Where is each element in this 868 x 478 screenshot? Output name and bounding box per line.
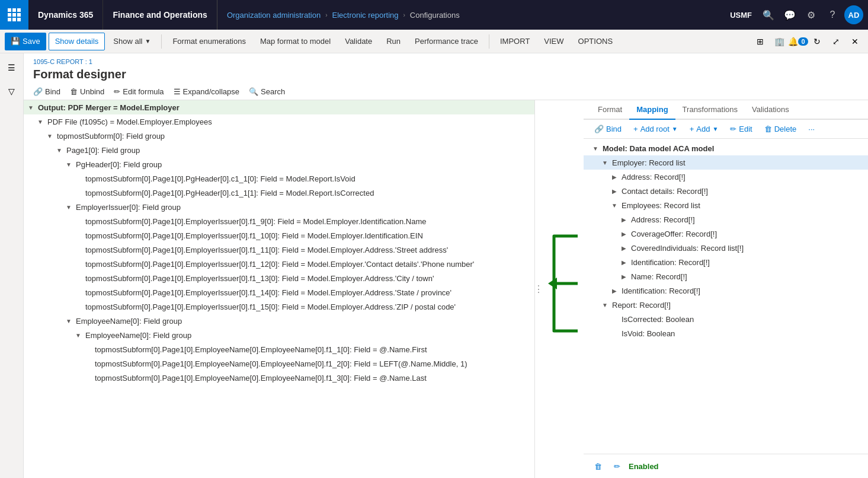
right-tree-toggle-icon[interactable]	[610, 329, 619, 338]
tree-toggle-icon[interactable]	[73, 245, 83, 254]
view-button[interactable]: VIEW	[538, 33, 569, 50]
left-tree-item[interactable]: topmostSubform[0].Page1[0].EmployerIssue…	[24, 299, 534, 314]
right-tree-toggle-icon[interactable]: ▶	[619, 243, 629, 253]
waffle-menu-button[interactable]	[0, 0, 28, 30]
tree-toggle-icon[interactable]	[83, 345, 92, 354]
validate-button[interactable]: Validate	[339, 33, 378, 50]
tree-toggle-icon[interactable]	[73, 174, 83, 183]
edit-bottom-icon[interactable]: ✏	[610, 459, 624, 473]
tree-toggle-icon[interactable]: ▼	[73, 330, 83, 340]
tree-toggle-icon[interactable]	[73, 216, 83, 226]
add-root-button[interactable]: + Add root ▼	[630, 123, 681, 135]
right-tree-toggle-icon[interactable]: ▶	[619, 229, 629, 238]
right-tree-item[interactable]: ▶Address: Record[!]	[584, 212, 868, 227]
left-tree-item[interactable]: ▼PDF File (f1095c) = Model.Employer.Empl…	[24, 114, 534, 129]
right-tree-toggle-icon[interactable]: ▼	[610, 200, 619, 210]
format-enumerations-button[interactable]: Format enumerations	[166, 33, 252, 50]
search-nav-icon[interactable]: 🔍	[759, 5, 778, 24]
edit-button[interactable]: ✏ Edit	[726, 123, 755, 135]
left-tree-item[interactable]: topmostSubform[0].Page1[0].EmployerIssue…	[24, 257, 534, 271]
close-icon[interactable]: ✕	[847, 33, 863, 50]
tree-toggle-icon[interactable]: ▼	[64, 202, 73, 212]
left-tree-item[interactable]: ▼EmployeeName[0]: Field group	[24, 328, 534, 342]
right-tree-item[interactable]: ▶Identification: Record[!]	[584, 283, 868, 298]
save-button[interactable]: 💾 Save	[5, 33, 46, 50]
tree-toggle-icon[interactable]	[73, 231, 83, 240]
right-tree-item[interactable]: ▶Name: Record[!]	[584, 269, 868, 283]
map-format-to-model-button[interactable]: Map format to model	[254, 33, 337, 50]
tree-toggle-icon[interactable]	[73, 188, 83, 197]
tree-toggle-icon[interactable]	[83, 359, 92, 368]
unbind-button[interactable]: 🗑 Unbind	[70, 87, 104, 96]
more-options-button[interactable]: ···	[805, 123, 818, 135]
refresh-icon[interactable]: ↻	[809, 33, 825, 50]
right-bind-button[interactable]: 🔗 Bind	[591, 123, 625, 135]
left-tree-item[interactable]: ▼PgHeader[0]: Field group	[24, 157, 534, 171]
left-tree-item[interactable]: topmostSubform[0].Page1[0].EmployerIssue…	[24, 228, 534, 243]
tree-toggle-icon[interactable]: ▼	[26, 103, 36, 112]
tree-toggle-icon[interactable]: ▼	[55, 145, 64, 155]
right-tree-toggle-icon[interactable]: ▶	[619, 215, 629, 224]
notification-icon[interactable]: 🔔 0	[790, 33, 806, 50]
right-tree-item[interactable]: IsCorrected: Boolean	[584, 312, 868, 326]
options-button[interactable]: OPTIONS	[572, 33, 619, 50]
right-tree-toggle-icon[interactable]: ▼	[600, 300, 610, 310]
right-tree-toggle-icon[interactable]	[610, 314, 619, 324]
left-tree-item[interactable]: topmostSubform[0].Page1[0].PgHeader[0].c…	[24, 171, 534, 186]
right-tree-item[interactable]: ▼Employer: Record list	[584, 155, 868, 170]
left-tree-item[interactable]: topmostSubform[0].Page1[0].PgHeader[0].c…	[24, 186, 534, 200]
help-icon[interactable]: ?	[823, 5, 842, 24]
company-selector[interactable]: USMF	[725, 8, 757, 22]
right-tree-toggle-icon[interactable]: ▼	[600, 158, 610, 167]
tab-mapping[interactable]: Mapping	[629, 100, 675, 120]
tree-toggle-icon[interactable]: ▼	[64, 160, 73, 169]
right-tree-toggle-icon[interactable]: ▼	[591, 144, 600, 153]
right-tree-item[interactable]: ▼Model: Data model ACA model	[584, 141, 868, 155]
tree-toggle-icon[interactable]: ▼	[36, 117, 45, 126]
tree-toggle-icon[interactable]	[83, 373, 92, 383]
delete-bottom-icon[interactable]: 🗑	[591, 459, 605, 473]
hamburger-menu-icon[interactable]: ☰	[2, 58, 21, 77]
left-tree-item[interactable]: topmostSubform[0].Page1[0].EmployeeName[…	[24, 356, 534, 371]
right-tree-item[interactable]: ▶Address: Record[!]	[584, 170, 868, 184]
right-tree-toggle-icon[interactable]: ▶	[619, 257, 629, 267]
delete-button[interactable]: 🗑 Delete	[761, 123, 800, 135]
expand-collapse-button[interactable]: ☰ Expand/collapse	[174, 87, 239, 96]
right-tree-toggle-icon[interactable]: ▶	[610, 186, 619, 196]
tab-validations[interactable]: Validations	[745, 100, 796, 120]
left-tree-item[interactable]: topmostSubform[0].Page1[0].EmployerIssue…	[24, 285, 534, 299]
search-button[interactable]: 🔍 Search	[249, 87, 285, 96]
add-button[interactable]: + Add ▼	[686, 123, 722, 135]
tree-toggle-icon[interactable]: ▼	[64, 316, 73, 326]
right-tree-item[interactable]: IsVoid: Boolean	[584, 326, 868, 340]
show-details-button[interactable]: Show details	[49, 33, 105, 50]
left-tree-item[interactable]: topmostSubform[0].Page1[0].EmployeeName[…	[24, 371, 534, 385]
left-tree-item[interactable]: ▼Page1[0]: Field group	[24, 143, 534, 157]
chat-icon[interactable]: 💬	[780, 5, 799, 24]
tree-toggle-icon[interactable]: ▼	[45, 131, 55, 141]
edit-formula-button[interactable]: ✏ Edit formula	[114, 87, 164, 96]
tab-transformations[interactable]: Transformations	[675, 100, 745, 120]
tree-toggle-icon[interactable]	[73, 302, 83, 311]
user-avatar[interactable]: AD	[844, 5, 863, 24]
tree-toggle-icon[interactable]	[73, 273, 83, 283]
left-tree-item[interactable]: ▼topmostSubform[0]: Field group	[24, 129, 534, 143]
left-tree-item[interactable]: topmostSubform[0].Page1[0].EmployerIssue…	[24, 271, 534, 285]
filter-icon[interactable]: ▽	[2, 82, 21, 101]
tree-toggle-icon[interactable]	[73, 288, 83, 297]
bind-button[interactable]: 🔗 Bind	[33, 87, 60, 96]
office-icon[interactable]: 🏢	[771, 33, 787, 50]
right-tree-item[interactable]: ▼Report: Record[!]	[584, 298, 868, 312]
left-tree-item[interactable]: topmostSubform[0].Page1[0].EmployerIssue…	[24, 214, 534, 228]
left-tree-item[interactable]: ▼Output: PDF Merger = Model.Employer	[24, 100, 534, 114]
expand-icon[interactable]: ⤢	[828, 33, 844, 50]
import-button[interactable]: IMPORT	[494, 33, 536, 50]
right-tree-item[interactable]: ▼Employees: Record list	[584, 198, 868, 212]
right-tree-toggle-icon[interactable]: ▶	[610, 286, 619, 295]
tab-format[interactable]: Format	[591, 100, 629, 120]
right-tree-item[interactable]: ▶CoverageOffer: Record[!]	[584, 227, 868, 241]
right-tree-item[interactable]: ▶Contact details: Record[!]	[584, 184, 868, 198]
left-tree-item[interactable]: topmostSubform[0].Page1[0].EmployerIssue…	[24, 243, 534, 257]
brand-label[interactable]: Dynamics 365	[28, 0, 103, 30]
grid-options-icon[interactable]: ⊞	[752, 33, 768, 50]
